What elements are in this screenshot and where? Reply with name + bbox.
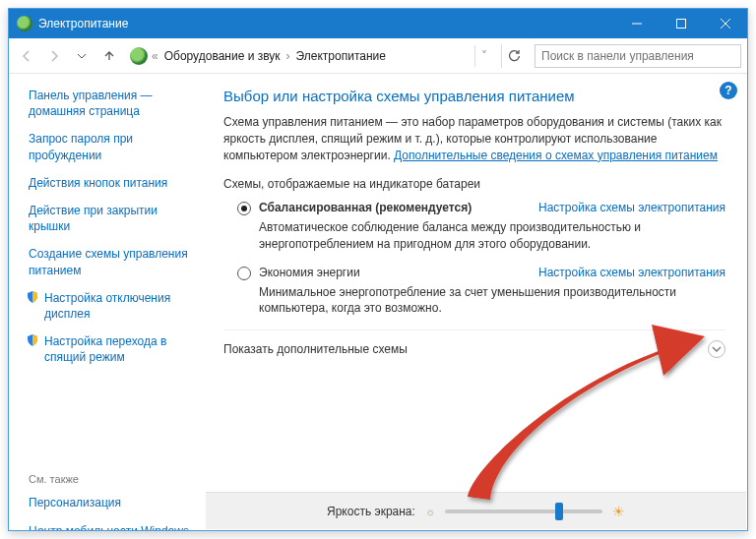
window-title: Электропитание (38, 17, 614, 30)
sidebar-item-password[interactable]: Запрос пароля при пробуждении (29, 131, 198, 162)
window: Электропитание « Оборудование и звук › (8, 8, 748, 531)
sidebar-home[interactable]: Панель управления — домашняя страница (29, 88, 198, 119)
sidebar-item-buttons[interactable]: Действия кнопок питания (29, 175, 198, 191)
see-also-label: См. также (29, 473, 198, 485)
help-icon[interactable]: ? (720, 82, 737, 99)
brightness-label: Яркость экрана: (327, 505, 415, 518)
sidebar-item-create-plan[interactable]: Создание схемы управления питанием (29, 246, 198, 277)
content-body: Панель управления — домашняя страница За… (9, 74, 747, 530)
main-panel: ? Выбор или настройка схемы управления п… (206, 74, 747, 530)
breadcrumb[interactable]: « Оборудование и звук › Электропитание (125, 44, 471, 68)
up-button[interactable] (97, 44, 121, 68)
plan-balanced: Сбалансированная (рекомендуется) Настрой… (237, 201, 725, 251)
show-more-plans-row: Показать дополнительные схемы (223, 329, 725, 358)
plan-name[interactable]: Экономия энергии (259, 266, 523, 279)
section-label: Схемы, отображаемые на индикаторе батаре… (223, 177, 725, 191)
slider-thumb[interactable] (555, 503, 563, 520)
titlebar: Электропитание (9, 9, 747, 38)
sidebar-item-lid[interactable]: Действие при закрытии крышки (29, 203, 198, 234)
sidebar: Панель управления — домашняя страница За… (9, 74, 206, 530)
plan-description: Минимальное энергопотребление за счет ум… (259, 284, 722, 316)
plan-settings-link[interactable]: Настройка схемы электропитания (538, 201, 725, 214)
power-icon (130, 47, 148, 65)
search-input[interactable] (535, 44, 741, 68)
sun-bright-icon: ☀ (612, 504, 625, 519)
svg-rect-0 (676, 20, 685, 29)
chevron-down-icon[interactable]: ˅ (474, 45, 493, 67)
chevron-right-icon: › (284, 49, 292, 63)
chevron-right-icon: « (150, 49, 160, 63)
breadcrumb-current[interactable]: Электропитание (292, 49, 390, 63)
show-more-label: Показать дополнительные схемы (223, 342, 408, 356)
plan-powersaver: Экономия энергии Настройка схемы электро… (237, 266, 725, 316)
plan-settings-link[interactable]: Настройка схемы электропитания (538, 266, 725, 279)
close-button[interactable] (703, 9, 747, 38)
sun-dim-icon: ☼ (425, 506, 435, 517)
refresh-button[interactable] (501, 44, 525, 68)
shield-icon (27, 334, 38, 346)
see-also-mobility[interactable]: Центр мобильности Windows (29, 523, 198, 530)
breadcrumb-parent[interactable]: Оборудование и звук (160, 49, 284, 63)
brightness-slider[interactable] (445, 509, 602, 513)
forward-button[interactable] (42, 44, 66, 68)
page-description: Схема управления питанием — это набор па… (223, 114, 725, 163)
power-icon (17, 16, 32, 31)
chevron-down-icon[interactable] (708, 340, 725, 358)
plan-description: Автоматическое соблюдение баланса между … (259, 219, 722, 251)
shield-icon (27, 291, 38, 303)
learn-more-link[interactable]: Дополнительные сведения о схемах управле… (394, 149, 718, 162)
nav-bar: « Оборудование и звук › Электропитание ˅ (9, 38, 747, 74)
sidebar-item-label: Настройка отключения дисплея (44, 291, 170, 321)
page-heading: Выбор или настройка схемы управления пит… (223, 88, 725, 104)
brightness-bar: Яркость экрана: ☼ ☀ (206, 492, 746, 529)
maximize-button[interactable] (659, 9, 703, 38)
minimize-button[interactable] (614, 9, 659, 38)
sidebar-item-sleep[interactable]: Настройка перехода в спящий режим (29, 333, 198, 365)
sidebar-item-display-off[interactable]: Настройка отключения дисплея (29, 290, 198, 322)
see-also-personalization[interactable]: Персонализация (29, 495, 198, 510)
radio-powersaver[interactable] (237, 267, 251, 280)
sidebar-item-label: Настройка перехода в спящий режим (44, 334, 166, 364)
recent-dropdown-icon[interactable] (70, 44, 94, 68)
back-button[interactable] (15, 44, 38, 68)
radio-balanced[interactable] (237, 202, 251, 215)
plan-name[interactable]: Сбалансированная (рекомендуется) (259, 201, 523, 214)
